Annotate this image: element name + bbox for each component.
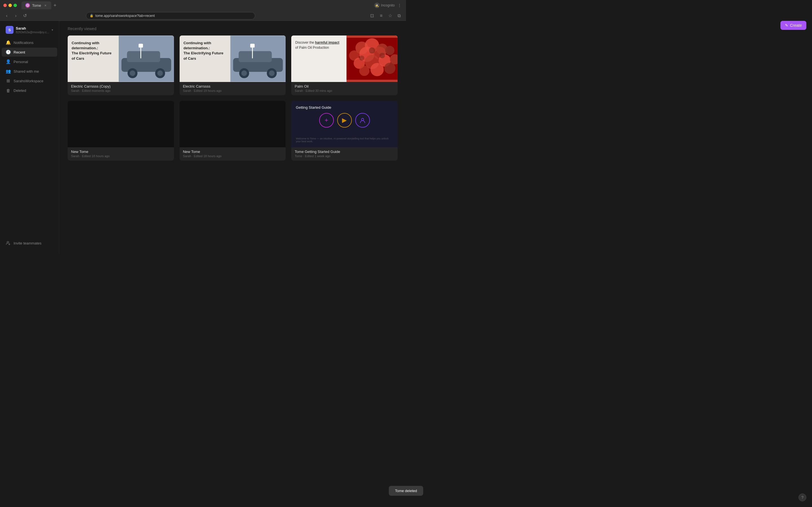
card-thumb-title: Continuing with determination.:The Elect… [184, 41, 227, 61]
sidebar-label-shared: Shared with me [13, 69, 39, 73]
svg-point-1 [28, 5, 28, 6]
address-bar-row: ‹ › ↺ 🔒 tome.app/sarahsworkspace?tab=rec… [0, 11, 406, 21]
sidebar-label-personal: Personal [13, 60, 28, 64]
svg-point-30 [386, 46, 395, 55]
play-icon-circle: ▶ [337, 113, 352, 128]
svg-point-20 [269, 70, 275, 76]
tab-close-button[interactable]: ✕ [43, 3, 47, 7]
svg-rect-22 [250, 44, 255, 48]
sidebar-item-personal[interactable]: 👤 Personal [2, 57, 57, 66]
bookmark-icon[interactable]: ☆ [387, 12, 394, 19]
card-thumbnail [180, 101, 286, 147]
card-info: Electric Carrssss (Copy) Sarah · Edited … [68, 82, 174, 95]
person-icon: 👤 [6, 59, 11, 64]
user-info: Sarah 8263e52a@moodjoy.c... [16, 26, 49, 34]
card-info: Tome Getting Started Guide Tome · Edited… [291, 147, 398, 161]
sidebar-nav: 🔔 Notifications 🕐 Recent 👤 Personal 👥 Sh… [0, 38, 59, 250]
sidebar-item-invite[interactable]: Invite teammates [2, 238, 57, 247]
svg-rect-13 [139, 44, 143, 48]
sidebar-item-notifications[interactable]: 🔔 Notifications [2, 38, 57, 47]
svg-point-39 [359, 55, 364, 61]
back-button[interactable]: ‹ [3, 12, 10, 19]
guide-bottom-text: Welcome to Tome — an intuitive, AI-power… [296, 137, 393, 143]
card-new-tome-2[interactable]: New Tome Sarah · Edited 18 hours ago [180, 101, 286, 161]
svg-point-41 [361, 118, 364, 121]
card-thumbnail [68, 101, 174, 147]
svg-point-35 [359, 66, 369, 76]
cards-grid: Continuing with determination.:The Elect… [68, 36, 398, 161]
svg-point-40 [379, 53, 385, 58]
sidebar-label-invite: Invite teammates [13, 241, 42, 245]
traffic-lights [3, 4, 17, 7]
incognito-label: Incognito [381, 3, 395, 7]
minimize-window-button[interactable] [8, 4, 12, 7]
card-thumbnail: Continuing with determination.:The Elect… [68, 36, 174, 82]
card-thumbnail: Getting Started Guide + ▶ Welcom [291, 101, 398, 147]
lock-icon: 🔒 [90, 14, 94, 17]
card-meta: Sarah · Edited 19 hours ago [183, 89, 283, 93]
svg-rect-7 [127, 51, 160, 62]
extensions-icon[interactable]: ⧉ [396, 12, 403, 19]
section-title: Recently viewed [68, 26, 398, 31]
empty-card-bg [68, 101, 174, 147]
card-name: Electric Carrssss (Copy) [71, 84, 170, 89]
trash-icon: 🗑 [6, 88, 11, 93]
card-name: Tome Getting Started Guide [295, 150, 394, 154]
sidebar-item-recent[interactable]: 🕐 Recent [2, 48, 57, 57]
card-info: New Tome Sarah · Edited 18 hours ago [68, 147, 174, 161]
card-name: New Tome [71, 150, 170, 154]
card-getting-started[interactable]: Getting Started Guide + ▶ Welcom [291, 101, 398, 161]
svg-rect-16 [239, 51, 272, 62]
sidebar-label-recent: Recent [13, 50, 25, 54]
sidebar-item-workspace[interactable]: ⊞ SarahsWorkspace [2, 76, 57, 86]
browser-menu-button[interactable]: ⋮ [396, 2, 403, 9]
close-window-button[interactable] [3, 4, 7, 7]
tab-favicon [26, 3, 30, 8]
card-name: Electric Carrssss [183, 84, 283, 89]
new-tab-button[interactable]: + [51, 3, 59, 8]
tab-title: Tome [32, 3, 41, 8]
card-meta: Sarah · Edited 18 hours ago [183, 154, 283, 158]
card-electric-copy[interactable]: Continuing with determination.:The Elect… [68, 36, 174, 95]
card-name: Palm Oil [295, 84, 394, 89]
sidebar-item-shared[interactable]: 👥 Shared with me [2, 67, 57, 76]
card-info: New Tome Sarah · Edited 18 hours ago [180, 147, 286, 161]
svg-point-38 [369, 47, 375, 54]
svg-point-9 [130, 70, 135, 76]
cast-icon[interactable]: ⊡ [369, 12, 375, 19]
sidebar-spacer [0, 95, 59, 236]
browser-action-icons: ⊡ ≡ ☆ ⧉ [369, 12, 403, 19]
card-thumbnail: Discover the harmful impact of Palm Oil … [291, 36, 398, 82]
reader-mode-icon[interactable]: ≡ [378, 12, 385, 19]
address-bar[interactable]: 🔒 tome.app/sarahsworkspace?tab=recent [86, 12, 255, 19]
active-tab[interactable]: Tome ✕ [21, 1, 51, 9]
svg-point-37 [384, 63, 396, 74]
card-meta: Sarah · Edited 18 hours ago [71, 154, 170, 158]
add-person-icon [6, 240, 11, 245]
user-icon-circle [355, 113, 370, 128]
tab-bar: Tome ✕ + [21, 1, 403, 9]
url-text: tome.app/sarahsworkspace?tab=recent [95, 14, 154, 18]
svg-point-2 [7, 241, 9, 243]
user-menu-trigger[interactable]: S Sarah 8263e52a@moodjoy.c... ▾ [2, 24, 57, 36]
forward-button[interactable]: › [12, 12, 19, 19]
browser-controls: 🕵 Incognito ⋮ [374, 2, 403, 9]
sidebar-label-notifications: Notifications [13, 41, 34, 45]
svg-point-11 [157, 70, 163, 76]
card-palm-oil[interactable]: Discover the harmful impact of Palm Oil … [291, 36, 398, 95]
guide-title: Getting Started Guide [296, 105, 393, 110]
bell-icon: 🔔 [6, 40, 11, 45]
incognito-icon: 🕵 [374, 3, 380, 8]
card-thumb-title: Continuing with determination.:The Elect… [71, 41, 115, 61]
card-new-tome-1[interactable]: New Tome Sarah · Edited 18 hours ago [68, 101, 174, 161]
reload-button[interactable]: ↺ [21, 12, 28, 19]
empty-card-bg [180, 101, 286, 147]
card-info: Electric Carrssss Sarah · Edited 19 hour… [180, 82, 286, 95]
guide-icons-row: + ▶ [296, 113, 393, 128]
plus-icon-circle: + [319, 113, 334, 128]
sidebar-item-deleted[interactable]: 🗑 Deleted [2, 86, 57, 95]
fullscreen-window-button[interactable] [13, 4, 17, 7]
sidebar: S Sarah 8263e52a@moodjoy.c... ▾ 🔔 Notifi… [0, 21, 59, 253]
card-meta: Sarah · Edited 30 mins ago [295, 89, 394, 93]
card-electric[interactable]: Continuing with determination.:The Elect… [180, 36, 286, 95]
